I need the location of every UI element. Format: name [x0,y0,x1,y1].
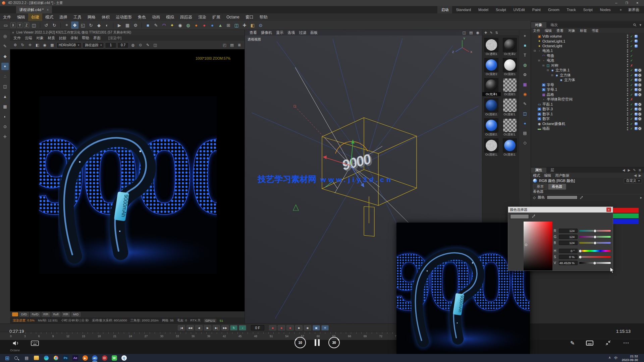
object-manager-menu-item[interactable]: 文件 [531,28,542,33]
object-row[interactable]: 半球体和空空间 [531,97,644,102]
viewport-menu-item[interactable]: 显示 [274,30,285,36]
expand-toggle-icon[interactable]: ⊟ [542,64,545,67]
render-pass-button[interactable]: RfR [62,312,70,317]
object-name[interactable]: 字母.1 [547,87,557,92]
viewport-name-label[interactable]: 透视视图 [248,37,261,42]
menu-item[interactable]: 网格 [85,13,99,21]
live-viewer-menu-item[interactable]: 材质 [46,35,57,41]
cloner-icon[interactable]: ◫ [233,21,240,29]
attr-forward-icon[interactable]: ▶ [628,168,631,172]
enable-state-icon[interactable] [630,68,634,72]
quantize-icon[interactable]: ✛ [1,133,9,140]
viewport-camera-icon[interactable]: ◉ [476,31,479,35]
object-manager-menu-item[interactable]: 编辑 [543,28,554,33]
boole-icon[interactable]: ◧ [249,21,256,29]
live-selection-icon[interactable]: ⌖ [63,21,70,29]
side-diamond-icon[interactable]: ◇ [522,139,528,146]
object-manager-menu-item[interactable]: 书签 [590,28,601,33]
palette-blue-swatch[interactable] [613,219,639,224]
object-name[interactable]: 平面.1 [542,102,553,107]
enable-state-icon[interactable] [630,98,634,101]
new-ui-button[interactable]: 新界面 [625,6,644,13]
menu-item[interactable]: 窗口 [243,13,257,21]
maximize-button[interactable]: ❐ [625,1,628,5]
object-row[interactable]: 数字.3 [531,107,644,112]
layout-item[interactable]: Model [475,6,492,13]
material-item[interactable]: Oc混射1 [501,78,519,96]
task-view-button[interactable]: ▤ [22,354,31,362]
object-manager-tab[interactable]: 对象 [531,22,546,28]
visibility-dots[interactable] [627,49,629,53]
layout-item[interactable]: Script [580,6,596,13]
object-tag-icons[interactable] [635,122,643,125]
enable-state-icon[interactable] [630,73,634,77]
object-manager-menu-item[interactable]: 对象 [566,28,577,33]
object-row[interactable]: 字母 [531,82,644,87]
snap-icon[interactable]: ⊙ [1,123,9,130]
side-settings-icon[interactable]: ⚙ [522,71,528,78]
attr-prev-icon[interactable]: ◀ [634,173,637,177]
points-mode-icon[interactable]: ∴ [1,73,9,80]
current-frame-field[interactable]: 0 F [251,325,264,330]
visibility-dots[interactable] [627,103,629,106]
enable-state-icon[interactable] [630,88,634,92]
menu-item[interactable]: 文件 [0,13,14,21]
channel-slider[interactable] [579,262,611,264]
octane-icon[interactable]: O [100,354,109,362]
material-item[interactable]: Oc混射2. [482,118,501,136]
object-tag-icons[interactable] [635,69,643,72]
redo-icon[interactable]: ↻ [51,21,58,29]
octane-render-icon[interactable]: ● [193,21,200,29]
object-name[interactable]: 半球体和空空间 [547,97,573,102]
model-mode-icon[interactable]: ◆ [1,53,9,60]
input-method-indicator[interactable]: 中 [614,356,618,360]
qq-icon[interactable]: Q [119,354,128,362]
expand-toggle-icon[interactable]: ⊟ [550,74,554,77]
object-row[interactable]: 地面 [531,126,644,131]
material-thumbnail[interactable] [484,58,498,72]
side-pen-icon[interactable]: ✎ [522,101,528,107]
channel-slider[interactable] [579,236,611,238]
record-parameter-button[interactable]: ◆ [295,325,303,330]
object-tag-icons[interactable] [635,35,643,38]
make-editable-icon[interactable]: ✎ [1,43,9,50]
shader-subtab[interactable]: 着色器 [548,184,566,190]
previous-frame-button[interactable]: ◀ [195,325,203,330]
object-row[interactable]: 晶格 [531,92,644,97]
viewport-menu-item[interactable]: 面板 [308,30,320,36]
light-icon[interactable]: ✦ [168,21,176,29]
lv-pick-material-icon[interactable]: ✎ [145,42,151,48]
object-tag-icons[interactable] [635,108,643,111]
enable-state-icon[interactable] [630,127,634,130]
pen-tool-icon[interactable]: ✎ [152,21,160,29]
attribute-menu-item[interactable]: 编辑 [542,172,553,179]
z-axis-lock-button[interactable]: Z [24,22,29,28]
tab-close-icon[interactable]: × [47,8,49,12]
menu-item[interactable]: 选择 [56,13,70,21]
render-region-icon[interactable]: ▦ [124,21,131,29]
enable-state-icon[interactable] [630,103,634,106]
file-explorer-icon[interactable] [32,354,41,362]
array-icon[interactable]: ⊞ [225,21,232,29]
object-row[interactable]: 字母.1 [531,87,644,93]
after-effects-icon[interactable]: Ae [71,354,80,362]
dialog-close-button[interactable]: × [606,207,611,212]
keyframe-selection-button[interactable]: ◉ [304,325,311,330]
samples-field[interactable]: 1 [105,42,116,48]
menu-item[interactable]: 扩展 [209,13,223,21]
live-viewer-menu-item[interactable]: 文件 [11,35,23,41]
menu-item[interactable]: 动画 [149,13,163,21]
x-axis-lock-button[interactable]: X [10,22,16,28]
lv-clay-mode-icon[interactable]: ⊙ [137,42,144,48]
enable-state-icon[interactable] [630,44,634,48]
layout-item[interactable]: UVEdit [510,6,529,13]
photoshop-icon[interactable]: Ps [61,354,70,362]
object-row[interactable]: ⊟ 立方体 [531,73,644,78]
search-icon[interactable] [633,23,637,27]
object-name[interactable]: 数字 [542,116,550,121]
enable-state-icon[interactable] [630,39,634,43]
object-row[interactable]: 平面.1 [531,102,644,107]
object-tag-icons[interactable] [635,127,643,130]
render-settings-icon[interactable]: ⚙ [132,21,139,29]
object-filter-icon[interactable]: ▾ [639,23,641,27]
